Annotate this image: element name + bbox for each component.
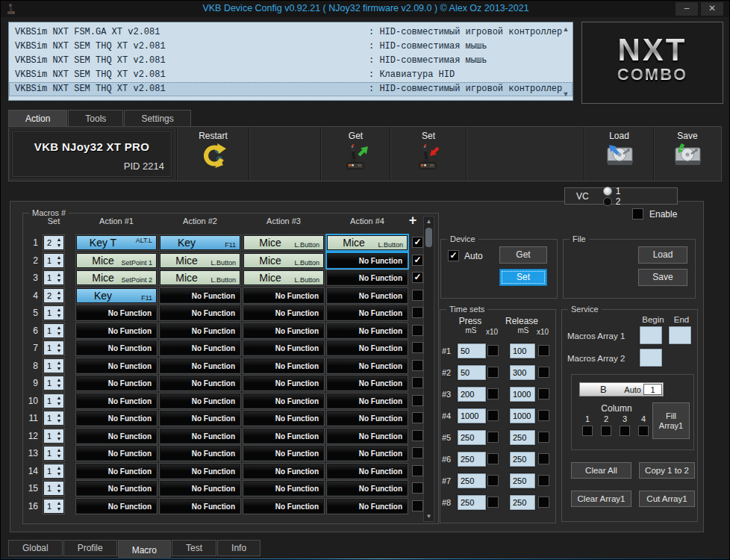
- spin-down-icon[interactable]: ▼: [55, 331, 63, 337]
- spin-down-icon[interactable]: ▼: [55, 383, 63, 389]
- action-button[interactable]: No Function: [327, 429, 408, 444]
- action-button[interactable]: MiceL.Button: [243, 253, 324, 268]
- device-list-item[interactable]: VKBSim NXT SEM THQ XT v2.081: HID-совмес…: [9, 82, 573, 96]
- set-spinner[interactable]: 1▲▼: [43, 411, 64, 426]
- auto-value-input[interactable]: 1: [643, 384, 662, 395]
- action-button[interactable]: MiceL.Button: [160, 270, 240, 285]
- spin-down-icon[interactable]: ▼: [55, 401, 63, 407]
- save-section[interactable]: Save: [654, 127, 720, 181]
- spin-up-icon[interactable]: ▲: [55, 255, 63, 261]
- spin-up-icon[interactable]: ▲: [55, 377, 63, 383]
- action-button[interactable]: No Function: [327, 358, 408, 373]
- action-button[interactable]: No Function: [76, 340, 157, 355]
- macro-enabled-checkbox[interactable]: [412, 290, 423, 301]
- action-button[interactable]: No Function: [160, 393, 240, 408]
- device-list-item[interactable]: VKBSim NXT SEM THQ XT v2.081: HID-совмес…: [9, 40, 573, 54]
- action-button[interactable]: No Function: [76, 429, 157, 444]
- press-x10-checkbox[interactable]: [487, 497, 499, 508]
- action-button[interactable]: No Function: [327, 340, 408, 355]
- macro-enabled-checkbox[interactable]: ✓: [412, 272, 423, 283]
- action-button[interactable]: No Function: [327, 446, 408, 461]
- action-button[interactable]: No Function: [243, 323, 324, 338]
- add-macro-button[interactable]: +: [405, 213, 421, 228]
- spin-up-icon[interactable]: ▲: [55, 430, 63, 436]
- press-x10-checkbox[interactable]: [487, 410, 499, 421]
- action-button[interactable]: KeyF11: [76, 288, 157, 303]
- spin-down-icon[interactable]: ▼: [55, 278, 63, 284]
- macro-enabled-checkbox[interactable]: [412, 342, 423, 353]
- set-spinner[interactable]: 1▲▼: [43, 305, 64, 320]
- release-ms-input[interactable]: 1000: [510, 408, 535, 423]
- scroll-up-icon[interactable]: ▲: [561, 25, 570, 33]
- action-button[interactable]: No Function: [160, 429, 240, 444]
- action-button[interactable]: No Function: [327, 376, 408, 391]
- macro-enabled-checkbox[interactable]: [412, 412, 423, 423]
- vc-radio-1[interactable]: [603, 187, 612, 196]
- press-x10-checkbox[interactable]: [487, 475, 499, 486]
- action-button[interactable]: No Function: [243, 358, 324, 373]
- release-ms-input[interactable]: 250: [510, 452, 535, 467]
- file-save-button[interactable]: Save: [638, 269, 687, 286]
- set-section[interactable]: Set: [390, 127, 467, 181]
- action-button[interactable]: No Function: [76, 305, 157, 320]
- action-button[interactable]: KeyF11: [160, 235, 240, 250]
- release-x10-checkbox[interactable]: [538, 367, 549, 378]
- macro-enabled-checkbox[interactable]: [412, 325, 423, 336]
- device-list-item[interactable]: VKBSim NXT SEM THQ XT v2.081: Клавиатура…: [9, 68, 573, 82]
- restart-section[interactable]: Restart: [177, 127, 249, 181]
- spin-down-icon[interactable]: ▼: [55, 471, 63, 477]
- release-x10-checkbox[interactable]: [538, 475, 549, 486]
- macro-enabled-checkbox[interactable]: ✓: [412, 255, 423, 266]
- spin-down-icon[interactable]: ▼: [55, 506, 63, 512]
- save-disk-icon[interactable]: [655, 142, 720, 170]
- press-x10-checkbox[interactable]: [487, 432, 499, 443]
- action-button[interactable]: No Function: [160, 499, 240, 514]
- spin-up-icon[interactable]: ▲: [55, 447, 63, 453]
- minimize-button[interactable]: –: [676, 2, 698, 16]
- set-spinner[interactable]: 2▲▼: [43, 288, 64, 303]
- spin-up-icon[interactable]: ▲: [55, 395, 63, 401]
- cut-array1-button[interactable]: Cut Array1: [639, 491, 695, 507]
- spin-down-icon[interactable]: ▼: [55, 296, 63, 302]
- spin-down-icon[interactable]: ▼: [55, 453, 63, 459]
- action-button[interactable]: No Function: [160, 411, 240, 426]
- release-ms-input[interactable]: 100: [510, 343, 535, 358]
- press-ms-input[interactable]: 50: [458, 343, 486, 358]
- column-checkbox-1[interactable]: [582, 426, 593, 436]
- device-get-button[interactable]: Get: [499, 246, 547, 264]
- macro-enabled-checkbox[interactable]: [412, 395, 423, 406]
- action-button[interactable]: No Function: [160, 323, 240, 338]
- spin-up-icon[interactable]: ▲: [55, 342, 63, 348]
- action-button[interactable]: No Function: [160, 358, 240, 373]
- action-button[interactable]: No Function: [243, 446, 324, 461]
- auto-checkbox[interactable]: ✓: [448, 250, 459, 261]
- press-ms-input[interactable]: 200: [458, 387, 486, 402]
- action-button[interactable]: No Function: [160, 376, 240, 391]
- press-ms-input[interactable]: 250: [458, 430, 486, 445]
- scrollbar-thumb[interactable]: [425, 228, 432, 247]
- action-button[interactable]: No Function: [243, 411, 324, 426]
- device-list-item[interactable]: VKBSim NXT SEM THQ XT v2.081: HID-совмес…: [9, 54, 573, 68]
- set-spinner[interactable]: 1▲▼: [43, 446, 64, 461]
- tab-settings[interactable]: Settings: [124, 110, 190, 127]
- press-ms-input[interactable]: 250: [458, 495, 486, 510]
- array1-begin-input[interactable]: [640, 326, 662, 344]
- spin-up-icon[interactable]: ▲: [55, 482, 63, 488]
- action-button[interactable]: No Function: [160, 288, 240, 303]
- press-ms-input[interactable]: 250: [458, 452, 486, 467]
- tab-macro[interactable]: Macro: [118, 540, 171, 558]
- release-x10-checkbox[interactable]: [538, 453, 549, 464]
- restart-icon[interactable]: [178, 142, 249, 170]
- b-auto-bar[interactable]: B Auto 1: [579, 382, 664, 396]
- action-button[interactable]: No Function: [327, 393, 408, 408]
- clear-array1-button[interactable]: Clear Array1: [571, 491, 631, 507]
- spin-down-icon[interactable]: ▼: [55, 261, 63, 267]
- tab-info[interactable]: Info: [217, 540, 261, 556]
- action-button[interactable]: No Function: [327, 323, 408, 338]
- vc-radio-2[interactable]: [603, 197, 612, 206]
- get-section[interactable]: Get: [321, 127, 390, 181]
- macro-enabled-checkbox[interactable]: [412, 482, 423, 494]
- action-button[interactable]: No Function: [327, 464, 408, 479]
- tab-profile[interactable]: Profile: [63, 540, 117, 556]
- tab-global[interactable]: Global: [8, 540, 63, 556]
